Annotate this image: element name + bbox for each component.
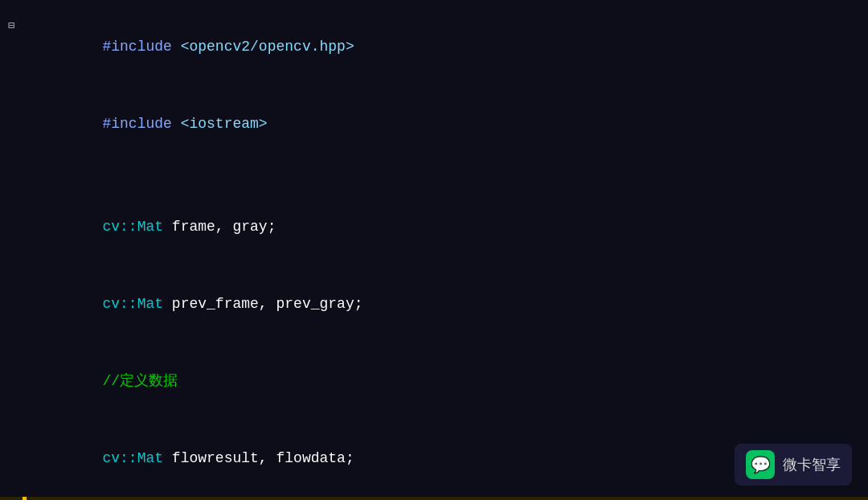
code-editor: ⊟ #include <opencv2/opencv.hpp> #include… <box>0 0 868 500</box>
fold-symbol-1[interactable]: ⊟ <box>8 13 14 39</box>
line-5-content: cv::Mat prev_frame, prev_gray; <box>27 265 868 342</box>
code-line-3 <box>0 162 868 188</box>
code-line-5: cv::Mat prev_frame, prev_gray; <box>0 265 868 342</box>
line-1-content: #include <opencv2/opencv.hpp> <box>27 8 868 85</box>
line-4-content: cv::Mat frame, gray; <box>27 188 868 265</box>
fold-marker-8 <box>0 497 23 500</box>
line-8-content: //定义绘制显示 <box>27 497 868 500</box>
fold-marker-7 <box>0 420 23 497</box>
fold-marker-6 <box>0 342 23 420</box>
keyword-include-2: #include <box>102 116 171 132</box>
header-string-1: <opencv2/opencv.hpp> <box>181 39 354 55</box>
line-3-content <box>27 162 868 188</box>
watermark-text: 微卡智享 <box>783 455 841 474</box>
watermark-icon: 💬 <box>746 450 775 479</box>
fold-marker-5 <box>0 265 23 342</box>
code-line-4: cv::Mat frame, gray; <box>0 188 868 265</box>
watermark: 💬 微卡智享 <box>735 444 852 486</box>
line-2-content: #include <iostream> <box>27 85 868 162</box>
watermark-wechat-symbol: 💬 <box>751 455 771 475</box>
code-line-2: #include <iostream> <box>0 85 868 162</box>
comment-6: //定义数据 <box>102 373 178 389</box>
fold-marker-1[interactable]: ⊟ <box>0 8 23 85</box>
fold-marker-2 <box>0 85 23 162</box>
code-line-6: //定义数据 <box>0 342 868 420</box>
code-area: ⊟ #include <opencv2/opencv.hpp> #include… <box>0 0 868 500</box>
header-string-2: <iostream> <box>181 116 268 132</box>
fold-marker-4 <box>0 188 23 265</box>
code-line-1: ⊟ #include <opencv2/opencv.hpp> <box>0 8 868 85</box>
code-line-8: //定义绘制显示 <box>0 497 868 500</box>
line-6-content: //定义数据 <box>27 342 868 420</box>
keyword-include-1: #include <box>102 39 171 55</box>
fold-marker-3 <box>0 162 23 188</box>
